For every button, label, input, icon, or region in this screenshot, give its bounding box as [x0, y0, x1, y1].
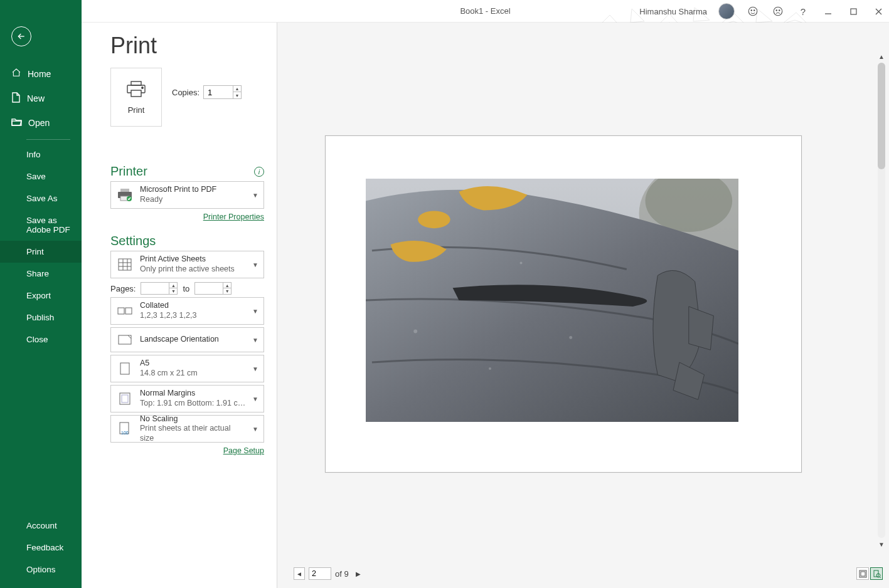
svg-point-5 [779, 10, 780, 11]
margins-icon [116, 392, 134, 405]
svg-rect-18 [119, 259, 131, 270]
svg-rect-28 [122, 395, 128, 402]
sidebar-item-account[interactable]: Account [0, 515, 82, 537]
collated-sub: 1,2,3 1,2,3 1,2,3 [140, 311, 246, 321]
sidebar-item-print[interactable]: Print [0, 241, 82, 263]
sheet-grid-icon [116, 258, 134, 271]
copies-row: Copies: ▲ ▼ [172, 85, 242, 99]
page-setup-link[interactable]: Page Setup [82, 446, 264, 455]
chevron-down-icon: ▼ [252, 365, 258, 372]
printer-properties-link[interactable]: Printer Properties [82, 213, 264, 221]
close-button[interactable] [871, 4, 885, 18]
frown-icon[interactable] [771, 4, 785, 18]
user-name: Himanshu Sharma [639, 7, 707, 16]
svg-rect-12 [131, 90, 141, 97]
scroll-up-arrow[interactable]: ▲ [876, 51, 886, 61]
chevron-down-icon: ▼ [252, 426, 258, 433]
chevron-down-icon: ▼ [252, 261, 258, 268]
pages-from-input[interactable] [141, 283, 169, 294]
next-page-button[interactable]: ▶ [353, 567, 364, 580]
sidebar-item-options[interactable]: Options [0, 559, 82, 580]
copies-input[interactable] [204, 86, 233, 98]
sidebar-item-open[interactable]: Open [0, 111, 82, 134]
svg-rect-24 [125, 308, 132, 314]
zoom-to-page-button[interactable] [870, 567, 883, 580]
scaling-dropdown[interactable]: 100 No Scaling Print sheets at their act… [110, 415, 264, 443]
show-margins-button[interactable] [856, 567, 869, 580]
print-preview-area: ▲ ▼ [277, 23, 889, 588]
what-to-print-sub: Only print the active sheets [140, 265, 246, 275]
chevron-down-icon: ▼ [252, 396, 258, 402]
chevron-down-icon: ▼ [252, 337, 258, 344]
chevron-down-icon: ▼ [252, 308, 258, 315]
what-to-print-title: Print Active Sheets [140, 255, 246, 265]
printer-info-icon[interactable]: i [254, 167, 264, 177]
sidebar-item-saveadobe[interactable]: Save as Adobe PDF [0, 209, 82, 241]
pages-from-up[interactable]: ▲ [169, 283, 177, 288]
printer-name: Microsoft Print to PDF [140, 185, 246, 195]
what-to-print-dropdown[interactable]: Print Active Sheets Only print the activ… [110, 251, 264, 278]
svg-point-13 [142, 87, 143, 88]
scrollbar-thumb[interactable] [878, 63, 885, 169]
copies-input-wrap: ▲ ▼ [203, 85, 242, 99]
printer-icon [125, 80, 147, 98]
svg-rect-15 [120, 189, 129, 192]
scroll-down-arrow[interactable]: ▼ [876, 539, 886, 549]
margins-dropdown[interactable]: Normal Margins Top: 1.91 cm Bottom: 1.91… [110, 385, 264, 412]
sidebar-item-share[interactable]: Share [0, 263, 82, 285]
sidebar-item-label: Home [28, 69, 51, 79]
sidebar-item-save[interactable]: Save [0, 165, 82, 187]
sidebar-divider [26, 139, 70, 140]
paper-size-dropdown[interactable]: A5 14.8 cm x 21 cm ▼ [110, 355, 264, 382]
sidebar-item-export[interactable]: Export [0, 285, 82, 307]
pages-to-up[interactable]: ▲ [223, 283, 231, 288]
sidebar-item-feedback[interactable]: Feedback [0, 537, 82, 559]
svg-point-3 [774, 7, 782, 16]
copies-spin-up[interactable]: ▲ [233, 85, 241, 92]
preview-content-image [366, 179, 738, 422]
orientation-dropdown[interactable]: Landscape Orientation ▼ [110, 327, 264, 352]
svg-point-37 [569, 336, 572, 339]
vertical-scrollbar[interactable] [878, 63, 885, 538]
maximize-button[interactable] [846, 4, 860, 18]
sidebar-item-close[interactable]: Close [0, 328, 82, 350]
smile-icon[interactable] [746, 4, 760, 18]
settings-heading: Settings [110, 234, 156, 248]
svg-rect-26 [120, 363, 129, 374]
back-button[interactable] [11, 26, 31, 46]
svg-point-4 [776, 10, 777, 11]
printer-dropdown[interactable]: Microsoft Print to PDF Ready ▼ [110, 181, 264, 209]
preview-page [325, 135, 802, 473]
margins-title: Normal Margins [140, 389, 246, 399]
printer-status: Ready [140, 195, 246, 205]
sidebar-item-publish[interactable]: Publish [0, 307, 82, 328]
chevron-down-icon: ▼ [252, 192, 258, 199]
sidebar-item-new[interactable]: New [0, 86, 82, 111]
scaling-sub: Print sheets at their actual size [140, 424, 246, 443]
margins-sub: Top: 1.91 cm Bottom: 1.91 c… [140, 399, 246, 409]
pages-from-down[interactable]: ▼ [169, 288, 177, 294]
minimize-button[interactable] [821, 4, 835, 18]
pages-to-input[interactable] [195, 283, 223, 294]
prev-page-button[interactable]: ◄ [294, 567, 305, 580]
copies-label: Copies: [172, 88, 200, 97]
avatar[interactable] [718, 3, 735, 19]
svg-rect-7 [851, 9, 856, 14]
new-icon [11, 92, 21, 105]
svg-rect-40 [861, 572, 865, 576]
svg-point-35 [413, 330, 417, 333]
print-button[interactable]: Print [110, 68, 162, 127]
sidebar-item-saveas[interactable]: Save As [0, 187, 82, 209]
pages-to-down[interactable]: ▼ [223, 288, 231, 294]
window-title: Book1 - Excel [460, 6, 510, 16]
page-icon [116, 362, 134, 375]
sidebar-item-info[interactable]: Info [0, 144, 82, 165]
collated-title: Collated [140, 301, 246, 311]
collation-dropdown[interactable]: Collated 1,2,3 1,2,3 1,2,3 ▼ [110, 297, 264, 325]
current-page-input[interactable] [309, 567, 331, 580]
copies-spin-down[interactable]: ▼ [233, 92, 241, 99]
total-pages-label: of 9 [335, 569, 349, 579]
sidebar-item-home[interactable]: Home [0, 61, 82, 86]
svg-point-36 [489, 367, 491, 370]
help-icon[interactable]: ? [796, 4, 810, 18]
